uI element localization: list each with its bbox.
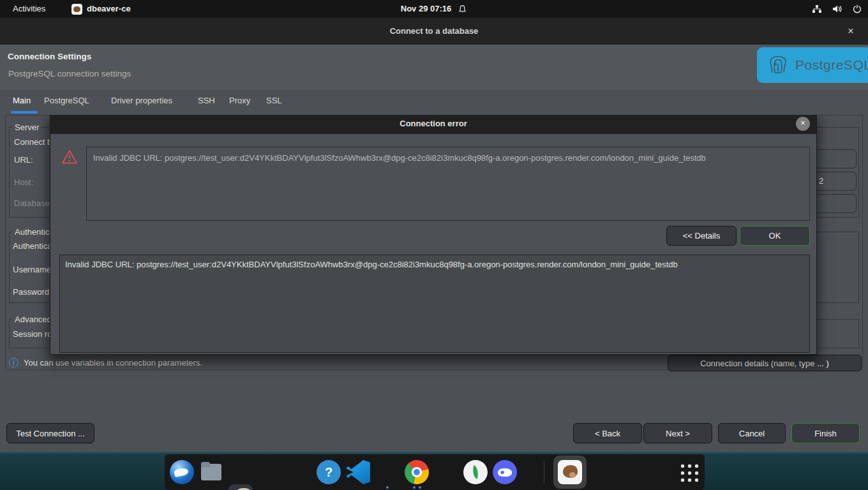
tab-ssl[interactable]: SSL bbox=[266, 96, 282, 110]
window-title: Connect to a database bbox=[0, 18, 868, 45]
vscode-icon[interactable] bbox=[346, 460, 370, 484]
page-title: Connection Settings bbox=[8, 52, 91, 61]
volume-icon bbox=[832, 4, 842, 13]
active-tab-underline bbox=[11, 111, 38, 114]
files-icon[interactable] bbox=[199, 460, 223, 484]
help-icon[interactable]: ? bbox=[317, 460, 341, 484]
dock-strip: A ? >_ + − = ♻ bbox=[0, 452, 868, 490]
tab-proxy[interactable]: Proxy bbox=[229, 96, 250, 110]
system-top-bar: Activities dbeaver-ce Nov 29 07:16 bbox=[0, 0, 868, 18]
info-icon: i bbox=[9, 358, 19, 368]
server-group-label: Server bbox=[12, 122, 41, 132]
finish-button[interactable]: Finish bbox=[791, 423, 860, 443]
test-connection-button[interactable]: Test Connection ... bbox=[6, 423, 94, 443]
port-input-value: 2 bbox=[819, 176, 823, 186]
desktop: Activities dbeaver-ce Nov 29 07:16 bbox=[0, 0, 868, 490]
password-label: Password: bbox=[13, 287, 52, 297]
terminal-running-dots bbox=[375, 486, 400, 489]
app-grid-icon[interactable] bbox=[677, 460, 701, 484]
system-status-area[interactable] bbox=[812, 0, 862, 18]
window-title-bar[interactable]: Connect to a database × bbox=[0, 18, 868, 45]
hint-row: i You can use variables in connection pa… bbox=[9, 356, 202, 369]
url-label: URL: bbox=[14, 155, 33, 165]
dialog-title: Connection error bbox=[50, 114, 816, 134]
postgresql-logo: PostgreSQL bbox=[757, 47, 868, 83]
chrome-running-dots bbox=[405, 486, 429, 489]
next-button[interactable]: Next > bbox=[643, 423, 712, 443]
host-label: Host: bbox=[14, 177, 33, 187]
compass-icon[interactable] bbox=[463, 460, 488, 484]
power-icon bbox=[853, 4, 862, 13]
tab-ssh[interactable]: SSH bbox=[198, 96, 215, 110]
warning-icon bbox=[61, 149, 78, 167]
ok-button[interactable]: OK bbox=[740, 226, 810, 246]
cancel-button[interactable]: Cancel bbox=[718, 423, 786, 443]
dbeaver-icon[interactable] bbox=[558, 460, 582, 484]
database-label: Database: bbox=[14, 198, 52, 208]
discord-icon[interactable] bbox=[493, 460, 517, 484]
dialog-close-button[interactable]: × bbox=[796, 117, 810, 131]
details-toggle-button[interactable]: << Details bbox=[666, 226, 737, 246]
error-details-text[interactable]: Invalid JDBC URL: postgres://test_user:d… bbox=[59, 255, 810, 353]
chrome-icon[interactable] bbox=[405, 460, 429, 484]
thunderbird-icon[interactable] bbox=[170, 460, 194, 484]
back-button[interactable]: < Back bbox=[573, 423, 642, 443]
tab-main[interactable]: Main bbox=[13, 96, 31, 110]
wizard-header: Connection Settings PostgreSQL connectio… bbox=[0, 45, 868, 89]
clock-menu[interactable]: Nov 29 07:16 bbox=[0, 0, 868, 18]
error-message-box[interactable]: Invalid JDBC URL: postgres://test_user:d… bbox=[86, 147, 810, 221]
tab-postgresql[interactable]: PostgreSQL bbox=[44, 96, 89, 110]
connection-tabs: Main PostgreSQL Driver properties SSH Pr… bbox=[0, 89, 868, 115]
clock-label: Nov 29 07:16 bbox=[401, 0, 452, 18]
window-close-button[interactable]: × bbox=[841, 18, 860, 45]
connection-error-dialog: Connection error × Invalid JDBC URL: pos… bbox=[50, 113, 817, 355]
page-subtitle: PostgreSQL connection settings bbox=[8, 69, 131, 78]
dock-separator bbox=[544, 461, 544, 484]
bell-icon bbox=[458, 4, 467, 14]
dbeaver-active-slot[interactable] bbox=[553, 456, 587, 489]
network-icon bbox=[812, 4, 822, 13]
username-label: Username: bbox=[13, 265, 54, 274]
rhythmbox-icon[interactable] bbox=[228, 484, 253, 490]
dock-panel: A ? >_ + − = ♻ bbox=[165, 454, 705, 490]
hint-text: You can use variables in connection para… bbox=[24, 358, 202, 368]
postgresql-logo-label: PostgreSQL bbox=[795, 57, 868, 73]
tab-driver-properties[interactable]: Driver properties bbox=[111, 96, 172, 110]
postgresql-elephant-icon bbox=[767, 54, 789, 77]
dialog-title-bar[interactable]: Connection error × bbox=[50, 114, 816, 134]
connection-details-button[interactable]: Connection details (name, type ... ) bbox=[668, 355, 862, 371]
advanced-group-label: Advanced bbox=[12, 315, 54, 324]
